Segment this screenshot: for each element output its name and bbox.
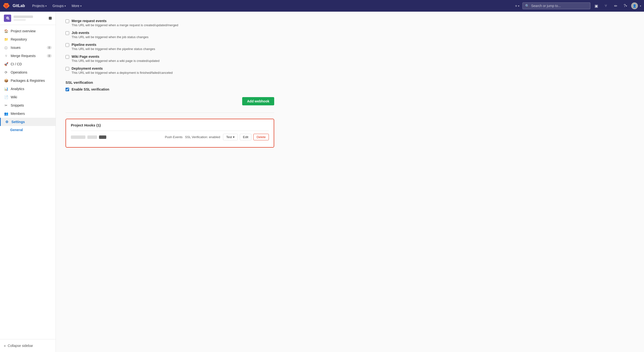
add-webhook-button[interactable]: Add webhook [242,97,274,105]
hook-url-bar [71,135,86,139]
merge-requests-badge: 0 [47,54,52,58]
groups-chevron-icon: ▾ [64,5,66,7]
wiki-page-events-checkbox[interactable] [66,55,69,59]
groups-menu[interactable]: Groups ▾ [50,3,68,9]
merge-request-events-checkbox[interactable] [66,20,69,23]
search-icon: 🔍 [525,4,529,8]
project-name [14,16,33,18]
operations-icon: ⟳ [4,70,8,74]
test-chevron-icon: ▾ [233,135,235,139]
hook-actions: Test ▾ Edit Delete [223,134,269,140]
hook-test-button[interactable]: Test ▾ [223,134,238,140]
gitlab-logo[interactable] [3,3,10,9]
home-icon: 🏠 [4,29,8,33]
plus-icon: ＋ [514,4,518,9]
main-content: Merge request events This URL will be tr… [56,12,644,352]
more-chevron-icon: ▾ [80,5,82,7]
merge-requests-icon[interactable]: ⑂ [602,2,610,10]
sidebar-item-wiki[interactable]: 📄 Wiki [0,93,56,101]
issues-badge: 0 [47,46,52,49]
pipeline-events-checkbox[interactable] [66,43,69,47]
more-menu[interactable]: More ▾ [69,3,84,9]
sidebar-bottom: « Collapse sidebar [0,339,56,352]
job-events-row: Job events This URL will be triggered wh… [66,31,274,39]
plus-chevron-icon: ▾ [518,5,519,7]
projects-chevron-icon: ▾ [46,5,46,7]
wiki-icon: 📄 [4,95,8,99]
project-hooks-title: Project Hooks (1) [71,123,269,127]
topnav: GitLab Projects ▾ Groups ▾ More ▾ ＋ ▾ 🔍 … [0,0,644,12]
pipeline-events-row: Pipeline events This URL will be trigger… [66,43,274,51]
repository-icon: 📁 [4,37,8,41]
sidebar-item-merge-requests[interactable]: ⑂ Merge Requests 0 [0,52,56,60]
gitlab-brand: GitLab [12,4,25,8]
deployment-events-checkbox[interactable] [66,67,69,71]
sidebar-item-members[interactable]: 👥 Members [0,110,56,118]
sidebar-item-issues[interactable]: ◻ Issues 0 [0,44,56,52]
ci-cd-icon: 🚀 [4,62,8,66]
project-icon: 电 [4,15,11,22]
wiki-page-events-label: Wiki Page events [72,55,160,59]
pipeline-events-desc: This URL will be triggered when the pipe… [72,47,155,51]
project-sub [14,19,26,21]
hook-delete-button[interactable]: Delete [253,134,269,140]
job-events-checkbox[interactable] [66,31,69,35]
analytics-icon: 📊 [4,87,8,91]
help-chevron-icon: ▾ [626,5,627,7]
new-item-button[interactable]: ＋ ▾ [513,2,520,10]
projects-menu[interactable]: Projects ▾ [30,3,49,9]
hook-url-bar2 [87,135,97,139]
wiki-page-events-desc: This URL will be triggered when a wiki p… [72,59,160,63]
project-hooks-box: Project Hooks (1) Push Events SSL Verifi… [66,119,274,148]
sidebar: 电 🏠 Project overview 📁 Repository ◻ Issu… [0,12,56,352]
snippets-icon: ✂ [4,103,8,107]
wiki-page-events-row: Wiki Page events This URL will be trigge… [66,55,274,63]
events-checkboxes: Merge request events This URL will be tr… [66,19,274,75]
hook-url-bar3 [99,135,106,139]
search-box[interactable]: 🔍 [522,3,590,9]
sidebar-item-packages-registries[interactable]: 📦 Packages & Registries [0,77,56,85]
sidebar-item-operations[interactable]: ⟳ Operations [0,68,56,77]
todo-icon[interactable]: ▣ [592,2,600,10]
section-divider [66,113,274,113]
deployment-events-desc: This URL will be triggered when a deploy… [72,71,172,75]
sidebar-item-repository[interactable]: 📁 Repository [0,35,56,44]
sidebar-project-header: 电 [0,12,56,25]
merge-request-events-desc: This URL will be triggered when a merge … [72,23,178,27]
ssl-section: SSL verification Enable SSL verification [66,80,274,91]
issues-icon[interactable]: ✏ [612,2,620,10]
project-info [14,16,33,21]
ssl-row: Enable SSL verification [66,87,274,91]
ssl-checkbox[interactable] [66,88,69,91]
topnav-actions: ＋ ▾ 🔍 ▣ ⑂ ✏ ? ▾ 👤 ▾ [513,2,641,10]
pipeline-events-label: Pipeline events [72,43,155,47]
sidebar-item-settings[interactable]: ⚙ Settings [0,118,56,126]
issues-nav-icon: ◻ [4,46,8,50]
members-icon: 👥 [4,112,8,116]
user-avatar[interactable]: 👤 [631,3,638,9]
sidebar-nav: 🏠 Project overview 📁 Repository ◻ Issues… [0,25,56,136]
ssl-label: Enable SSL verification [72,87,109,91]
project-settings-icon [49,17,52,20]
merge-request-events-label: Merge request events [72,19,178,23]
sidebar-item-project-overview[interactable]: 🏠 Project overview [0,27,56,35]
packages-icon: 📦 [4,79,8,83]
layout: 电 🏠 Project overview 📁 Repository ◻ Issu… [0,12,644,352]
collapse-sidebar-button[interactable]: « Collapse sidebar [4,342,52,349]
merge-requests-nav-icon: ⑂ [4,54,8,58]
sidebar-item-analytics[interactable]: 📊 Analytics [0,85,56,93]
add-webhook-row: Add webhook [66,97,274,105]
help-icon[interactable]: ? ▾ [622,2,629,10]
sidebar-subitem-general[interactable]: General [0,126,56,134]
hook-edit-button[interactable]: Edit [240,134,252,140]
sidebar-item-snippets[interactable]: ✂ Snippets [0,101,56,110]
sidebar-item-ci-cd[interactable]: 🚀 CI / CD [0,60,56,68]
collapse-icon: « [4,344,6,348]
hook-ssl-status: SSL Verification: enabled [185,135,220,139]
search-input[interactable] [531,4,588,8]
merge-request-events-row: Merge request events This URL will be tr… [66,19,274,27]
hook-url-block [71,135,162,139]
avatar-chevron-icon: ▾ [640,5,641,7]
deployment-events-row: Deployment events This URL will be trigg… [66,67,274,75]
job-events-label: Job events [72,31,148,35]
